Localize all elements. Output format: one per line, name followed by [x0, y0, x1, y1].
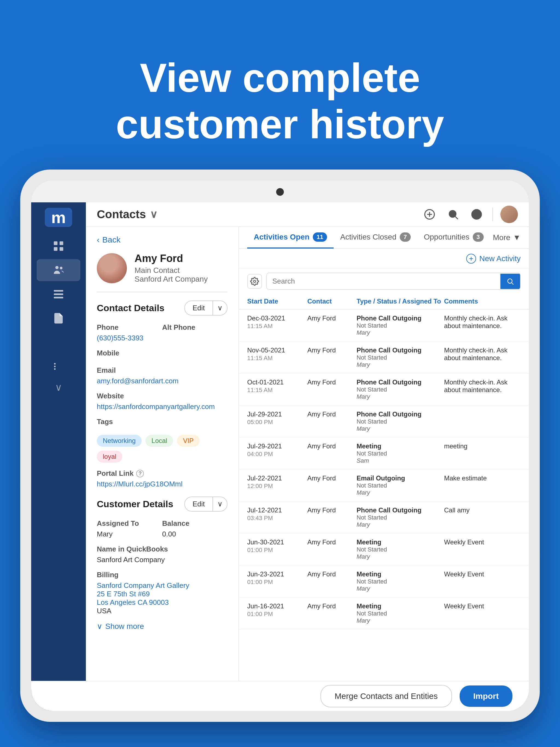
cell-comments: Make estimate — [444, 474, 520, 482]
table-row[interactable]: Jul-22-202112:00 PM Amy Ford Email Outgo… — [239, 469, 529, 501]
sidebar-item-tasks[interactable] — [36, 356, 80, 377]
phone-value: (630)555-3393 — [97, 334, 162, 342]
search-submit-icon — [506, 278, 514, 285]
portal-info-icon[interactable]: ? — [136, 470, 144, 478]
svg-point-24 — [253, 280, 256, 282]
tab-activities-closed-badge: 7 — [400, 232, 411, 242]
add-button[interactable] — [422, 206, 437, 222]
table-row[interactable]: Nov-05-202111:15 AM Amy Ford Phone Call … — [239, 341, 529, 374]
quickbooks-value: Sanford Art Company — [97, 556, 228, 564]
alt-phone-label: Alt Phone — [162, 323, 228, 332]
search-settings-button[interactable] — [247, 274, 262, 289]
table-row[interactable]: Jun-30-202101:00 PM Amy Ford Meeting Not… — [239, 534, 529, 565]
sidebar-expand-icon[interactable]: ∨ — [55, 382, 62, 393]
import-button[interactable]: Import — [460, 686, 512, 707]
cell-date: Nov-05-202111:15 AM — [247, 346, 307, 362]
tab-opportunities-badge: 3 — [473, 232, 484, 242]
email-label: Email — [97, 366, 228, 375]
billing-row: Billing Sanford Company Art Gallery 25 E… — [97, 571, 228, 615]
email-value: amy.ford@sanfordart.com — [97, 377, 228, 385]
help-button[interactable]: ? — [469, 206, 485, 222]
show-more-button[interactable]: ∨ Show more — [97, 622, 228, 631]
website-label: Website — [97, 392, 228, 400]
page-title: Contacts ∨ — [97, 208, 157, 221]
svg-point-11 — [54, 366, 56, 367]
search-icon — [447, 209, 459, 220]
tabs-bar: Activities Open 11 Activities Closed 7 O… — [239, 227, 529, 249]
contact-edit-button[interactable]: Edit ∨ — [184, 301, 228, 315]
search-input-container — [266, 273, 520, 290]
tab-more-button[interactable]: More ▼ — [493, 233, 520, 242]
sidebar-item-dashboard[interactable] — [36, 235, 80, 257]
cell-date: Jul-29-202104:00 PM — [247, 442, 307, 458]
mobile-label: Mobile — [97, 349, 228, 357]
cell-comments: Weekly Event — [444, 570, 520, 578]
edit-main-btn[interactable]: Edit — [185, 301, 212, 315]
svg-point-9 — [54, 363, 56, 365]
svg-line-21 — [455, 216, 458, 219]
table-row[interactable]: Dec-03-202111:15 AM Amy Ford Phone Call … — [239, 310, 529, 341]
table-row[interactable]: Jul-29-202105:00 PM Amy Ford Phone Call … — [239, 406, 529, 437]
cell-comments: Monthly check-in. Ask about maintenance. — [444, 346, 520, 362]
website-field: Website https://sanfordcompanyartgallery… — [97, 392, 228, 411]
cell-date: Jun-23-202101:00 PM — [247, 570, 307, 586]
merge-contacts-button[interactable]: Merge Contacts and Entities — [321, 685, 452, 707]
show-more-label: Show more — [105, 622, 144, 631]
customer-edit-arrow-btn[interactable]: ∨ — [212, 497, 227, 511]
billing-line4: USA — [97, 607, 228, 615]
user-avatar[interactable] — [501, 206, 518, 223]
cell-contact: Amy Ford — [307, 538, 357, 546]
table-row[interactable]: Jul-12-202103:43 PM Amy Ford Phone Call … — [239, 501, 529, 534]
tab-opportunities[interactable]: Opportunities 3 — [417, 227, 490, 249]
tab-activities-closed[interactable]: Activities Closed 7 — [334, 227, 417, 249]
svg-rect-2 — [54, 247, 57, 251]
email-row: Email amy.ford@sanfordart.com — [97, 366, 228, 385]
quickbooks-field: Name in QuickBooks Sanford Art Company — [97, 545, 228, 564]
sidebar-item-documents[interactable] — [36, 307, 80, 329]
search-button[interactable] — [445, 206, 461, 222]
customer-details-header: Customer Details Edit ∨ — [97, 496, 228, 512]
mobile-row: Mobile — [97, 349, 228, 360]
table-row[interactable]: Jun-16-202101:00 PM Amy Ford Meeting Not… — [239, 597, 529, 629]
cell-type-status: Phone Call Outgoing Not Started Mary — [357, 346, 444, 368]
portal-value: https://Mlurl.cc/jpG18OMml — [97, 480, 228, 488]
title-chevron-icon[interactable]: ∨ — [150, 208, 157, 221]
svg-rect-0 — [54, 241, 57, 245]
cell-contact: Amy Ford — [307, 602, 357, 610]
table-row[interactable]: Oct-01-202111:15 AM Amy Ford Phone Call … — [239, 374, 529, 406]
assigned-label: Assigned To — [97, 519, 162, 528]
bulletlist-icon — [52, 360, 65, 373]
cell-contact: Amy Ford — [307, 346, 357, 354]
customer-edit-main-btn[interactable]: Edit — [185, 497, 212, 511]
table-row[interactable]: Jul-29-202104:00 PM Amy Ford Meeting Not… — [239, 437, 529, 469]
search-submit-button[interactable] — [501, 274, 520, 289]
contact-role: Main Contact — [134, 266, 208, 275]
cell-date: Jul-22-202112:00 PM — [247, 474, 307, 490]
table-row[interactable]: Jun-23-202101:00 PM Amy Ford Meeting Not… — [239, 565, 529, 597]
edit-arrow-btn[interactable]: ∨ — [212, 301, 227, 315]
contact-details-header: Contact Details Edit ∨ — [97, 301, 228, 315]
svg-point-4 — [55, 266, 59, 269]
svg-point-20 — [449, 210, 456, 217]
tags-container: Networking Local VIP loyal — [97, 435, 228, 463]
svg-rect-3 — [59, 247, 63, 251]
cell-contact: Amy Ford — [307, 442, 357, 450]
contact-avatar — [97, 253, 127, 283]
sidebar-item-lists[interactable] — [36, 283, 80, 305]
new-activity-button[interactable]: + New Activity — [466, 254, 520, 264]
cell-date: Jul-12-202103:43 PM — [247, 506, 307, 522]
left-panel: ‹ Back Amy Ford Main Contact Sanford Art… — [86, 227, 239, 711]
sidebar-item-contacts[interactable] — [36, 259, 80, 281]
tab-activities-open[interactable]: Activities Open 11 — [247, 227, 334, 249]
sidebar-logo[interactable]: m — [45, 208, 72, 227]
customer-edit-button[interactable]: Edit ∨ — [184, 496, 228, 512]
cell-contact: Amy Ford — [307, 314, 357, 322]
back-link[interactable]: ‹ Back — [97, 235, 228, 244]
avatar-image — [97, 253, 127, 283]
sidebar-item-reports[interactable] — [36, 331, 80, 353]
list-icon — [52, 288, 65, 301]
search-input[interactable] — [267, 273, 501, 289]
balance-value: 0.00 — [162, 530, 228, 538]
cell-type-status: Meeting Not Started Mary — [357, 538, 444, 560]
quickbooks-label: Name in QuickBooks — [97, 545, 228, 553]
